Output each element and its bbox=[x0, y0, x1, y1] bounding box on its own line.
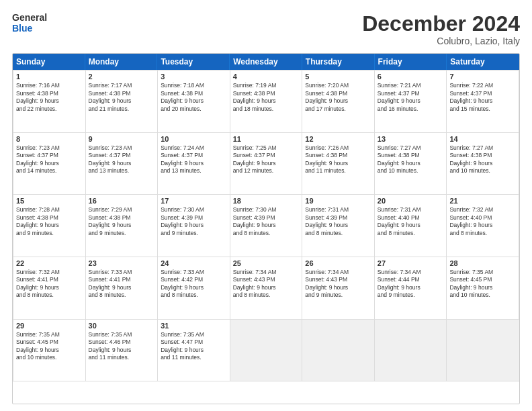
day-number: 15 bbox=[16, 197, 83, 205]
cell-info: Sunrise: 7:32 AM Sunset: 4:40 PM Dayligh… bbox=[449, 206, 516, 237]
cal-cell-21: 22Sunrise: 7:32 AM Sunset: 4:41 PM Dayli… bbox=[13, 257, 86, 320]
cal-cell-0: 1Sunrise: 7:16 AM Sunset: 4:38 PM Daylig… bbox=[13, 71, 86, 133]
cell-info: Sunrise: 7:27 AM Sunset: 4:38 PM Dayligh… bbox=[449, 144, 516, 175]
page: General Blue December 2024 Colubro, Lazi… bbox=[0, 0, 532, 411]
day-number: 7 bbox=[449, 73, 516, 81]
cal-cell-27: 28Sunrise: 7:35 AM Sunset: 4:45 PM Dayli… bbox=[447, 257, 519, 320]
cell-info: Sunrise: 7:32 AM Sunset: 4:41 PM Dayligh… bbox=[16, 269, 83, 300]
cell-info: Sunrise: 7:34 AM Sunset: 4:43 PM Dayligh… bbox=[305, 269, 371, 300]
day-number: 25 bbox=[233, 259, 300, 267]
day-number: 10 bbox=[161, 135, 227, 143]
logo-container: General Blue bbox=[12, 12, 47, 34]
cell-info: Sunrise: 7:16 AM Sunset: 4:38 PM Dayligh… bbox=[16, 82, 83, 113]
cell-info: Sunrise: 7:20 AM Sunset: 4:38 PM Dayligh… bbox=[305, 82, 371, 113]
logo-general: General bbox=[12, 12, 47, 23]
cell-info: Sunrise: 7:23 AM Sunset: 4:37 PM Dayligh… bbox=[89, 144, 155, 175]
location: Colubro, Lazio, Italy bbox=[362, 36, 520, 46]
cell-info: Sunrise: 7:30 AM Sunset: 4:39 PM Dayligh… bbox=[161, 206, 227, 237]
day-number: 11 bbox=[233, 135, 300, 143]
cal-cell-12: 13Sunrise: 7:27 AM Sunset: 4:38 PM Dayli… bbox=[375, 133, 447, 195]
day-number: 1 bbox=[16, 73, 83, 81]
cal-cell-17: 18Sunrise: 7:30 AM Sunset: 4:39 PM Dayli… bbox=[230, 195, 303, 257]
day-number: 6 bbox=[378, 73, 444, 81]
cal-cell-14: 15Sunrise: 7:28 AM Sunset: 4:38 PM Dayli… bbox=[13, 195, 86, 257]
day-number: 19 bbox=[305, 197, 371, 205]
cal-cell-33 bbox=[375, 320, 447, 382]
cell-info: Sunrise: 7:35 AM Sunset: 4:45 PM Dayligh… bbox=[449, 269, 516, 300]
cell-info: Sunrise: 7:22 AM Sunset: 4:37 PM Dayligh… bbox=[449, 82, 516, 113]
cal-cell-29: 30Sunrise: 7:35 AM Sunset: 4:46 PM Dayli… bbox=[86, 320, 159, 382]
header-friday: Friday bbox=[375, 54, 447, 70]
day-number: 16 bbox=[89, 197, 155, 205]
title-block: December 2024 Colubro, Lazio, Italy bbox=[362, 12, 520, 46]
cal-cell-13: 14Sunrise: 7:27 AM Sunset: 4:38 PM Dayli… bbox=[447, 133, 519, 195]
cal-cell-15: 16Sunrise: 7:29 AM Sunset: 4:38 PM Dayli… bbox=[86, 195, 159, 257]
header-wednesday: Wednesday bbox=[230, 54, 302, 70]
cell-info: Sunrise: 7:30 AM Sunset: 4:39 PM Dayligh… bbox=[233, 206, 300, 237]
day-number: 9 bbox=[89, 135, 155, 143]
day-number: 12 bbox=[305, 135, 371, 143]
cal-cell-6: 7Sunrise: 7:22 AM Sunset: 4:37 PM Daylig… bbox=[447, 71, 519, 133]
day-number: 22 bbox=[16, 259, 83, 267]
cal-cell-18: 19Sunrise: 7:31 AM Sunset: 4:39 PM Dayli… bbox=[302, 195, 375, 257]
day-number: 17 bbox=[161, 197, 227, 205]
cal-cell-7: 8Sunrise: 7:23 AM Sunset: 4:37 PM Daylig… bbox=[13, 133, 86, 195]
day-number: 14 bbox=[449, 135, 516, 143]
cal-cell-26: 27Sunrise: 7:34 AM Sunset: 4:44 PM Dayli… bbox=[375, 257, 447, 320]
cell-info: Sunrise: 7:35 AM Sunset: 4:46 PM Dayligh… bbox=[89, 331, 155, 362]
day-number: 28 bbox=[449, 259, 516, 267]
header-tuesday: Tuesday bbox=[157, 54, 230, 70]
month-title: December 2024 bbox=[362, 12, 520, 36]
cell-info: Sunrise: 7:21 AM Sunset: 4:37 PM Dayligh… bbox=[378, 82, 444, 113]
cal-cell-1: 2Sunrise: 7:17 AM Sunset: 4:38 PM Daylig… bbox=[86, 71, 159, 133]
day-number: 26 bbox=[305, 259, 371, 267]
cell-info: Sunrise: 7:28 AM Sunset: 4:38 PM Dayligh… bbox=[16, 206, 83, 237]
cell-info: Sunrise: 7:34 AM Sunset: 4:43 PM Dayligh… bbox=[233, 269, 300, 300]
cal-cell-23: 24Sunrise: 7:33 AM Sunset: 4:42 PM Dayli… bbox=[158, 257, 230, 320]
cal-cell-32 bbox=[302, 320, 375, 382]
day-number: 13 bbox=[378, 135, 444, 143]
cell-info: Sunrise: 7:35 AM Sunset: 4:45 PM Dayligh… bbox=[16, 331, 83, 362]
cell-info: Sunrise: 7:34 AM Sunset: 4:44 PM Dayligh… bbox=[378, 269, 444, 300]
cal-cell-2: 3Sunrise: 7:18 AM Sunset: 4:38 PM Daylig… bbox=[158, 71, 230, 133]
logo: General Blue bbox=[12, 12, 47, 34]
header-sunday: Sunday bbox=[13, 54, 85, 70]
cal-cell-19: 20Sunrise: 7:31 AM Sunset: 4:40 PM Dayli… bbox=[375, 195, 447, 257]
cal-cell-20: 21Sunrise: 7:32 AM Sunset: 4:40 PM Dayli… bbox=[447, 195, 519, 257]
header-monday: Monday bbox=[85, 54, 158, 70]
cell-info: Sunrise: 7:35 AM Sunset: 4:47 PM Dayligh… bbox=[161, 331, 227, 362]
cal-cell-34 bbox=[447, 320, 519, 382]
day-number: 29 bbox=[16, 322, 83, 330]
header-saturday: Saturday bbox=[447, 54, 519, 70]
cal-cell-22: 23Sunrise: 7:33 AM Sunset: 4:41 PM Dayli… bbox=[86, 257, 159, 320]
day-number: 31 bbox=[161, 322, 227, 330]
cal-cell-24: 25Sunrise: 7:34 AM Sunset: 4:43 PM Dayli… bbox=[230, 257, 303, 320]
cell-info: Sunrise: 7:27 AM Sunset: 4:38 PM Dayligh… bbox=[378, 144, 444, 175]
day-number: 18 bbox=[233, 197, 300, 205]
cal-cell-16: 17Sunrise: 7:30 AM Sunset: 4:39 PM Dayli… bbox=[158, 195, 230, 257]
cal-cell-9: 10Sunrise: 7:24 AM Sunset: 4:37 PM Dayli… bbox=[158, 133, 230, 195]
day-number: 5 bbox=[305, 73, 371, 81]
day-number: 8 bbox=[16, 135, 83, 143]
cal-cell-5: 6Sunrise: 7:21 AM Sunset: 4:37 PM Daylig… bbox=[375, 71, 447, 133]
cal-cell-4: 5Sunrise: 7:20 AM Sunset: 4:38 PM Daylig… bbox=[302, 71, 375, 133]
day-number: 27 bbox=[378, 259, 444, 267]
calendar-grid: 1Sunrise: 7:16 AM Sunset: 4:38 PM Daylig… bbox=[13, 70, 519, 381]
cell-info: Sunrise: 7:19 AM Sunset: 4:38 PM Dayligh… bbox=[233, 82, 300, 113]
logo-blue: Blue bbox=[12, 23, 47, 34]
day-number: 21 bbox=[449, 197, 516, 205]
cal-cell-25: 26Sunrise: 7:34 AM Sunset: 4:43 PM Dayli… bbox=[302, 257, 375, 320]
cal-cell-8: 9Sunrise: 7:23 AM Sunset: 4:37 PM Daylig… bbox=[86, 133, 159, 195]
cell-info: Sunrise: 7:25 AM Sunset: 4:37 PM Dayligh… bbox=[233, 144, 300, 175]
calendar: Sunday Monday Tuesday Wednesday Thursday… bbox=[12, 53, 520, 404]
logo-text: General Blue bbox=[12, 12, 47, 34]
cell-info: Sunrise: 7:24 AM Sunset: 4:37 PM Dayligh… bbox=[161, 144, 227, 175]
cell-info: Sunrise: 7:23 AM Sunset: 4:37 PM Dayligh… bbox=[16, 144, 83, 175]
cal-cell-28: 29Sunrise: 7:35 AM Sunset: 4:45 PM Dayli… bbox=[13, 320, 86, 382]
cell-info: Sunrise: 7:33 AM Sunset: 4:41 PM Dayligh… bbox=[89, 269, 155, 300]
cal-cell-31 bbox=[230, 320, 303, 382]
day-number: 3 bbox=[161, 73, 227, 81]
day-number: 24 bbox=[161, 259, 227, 267]
cell-info: Sunrise: 7:17 AM Sunset: 4:38 PM Dayligh… bbox=[89, 82, 155, 113]
cal-cell-3: 4Sunrise: 7:19 AM Sunset: 4:38 PM Daylig… bbox=[230, 71, 303, 133]
